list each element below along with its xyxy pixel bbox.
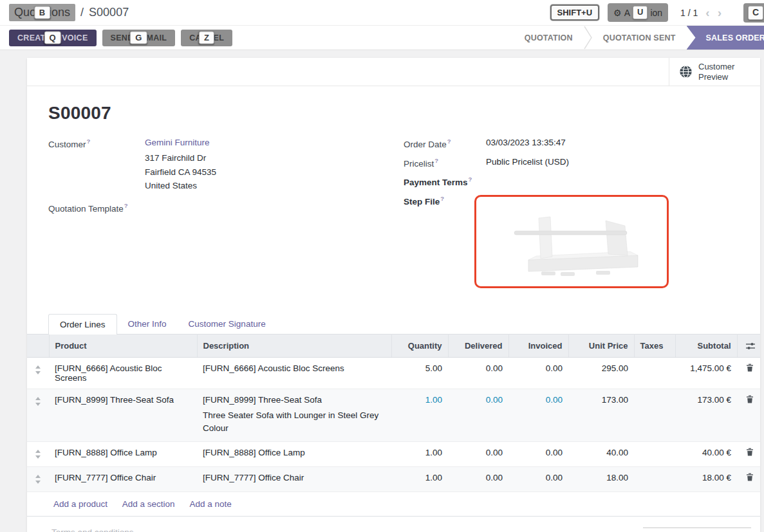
cell-delivered[interactable]: 0.00 — [448, 467, 508, 492]
breadcrumb-separator: / — [80, 6, 84, 19]
action-menu-label-pre: A — [624, 8, 630, 18]
keyboard-hint-shift-u: SHIFT+U — [550, 5, 600, 21]
delete-row-button[interactable] — [737, 389, 760, 442]
cell-subtotal: 40.00 € — [675, 442, 737, 467]
cell-product[interactable]: [FURN_8999] Three-Seat Sofa — [49, 389, 197, 442]
table-footer-links: Add a product Add a section Add a note — [27, 492, 760, 517]
action-buttons: CREATE INVOICE Q SEND EMAIL G CANCEL Z — [9, 30, 232, 46]
cell-unit-price[interactable]: 40.00 — [568, 442, 634, 467]
trash-icon — [746, 448, 754, 456]
cell-invoiced[interactable]: 0.00 — [508, 357, 568, 389]
delete-row-button[interactable] — [737, 467, 760, 492]
action-menu-button[interactable]: ⚙ A U ion — [608, 3, 668, 21]
add-a-note-link[interactable]: Add a note — [189, 499, 231, 509]
cell-unit-price[interactable]: 173.00 — [568, 389, 634, 442]
row-drag-handle[interactable] — [27, 389, 49, 442]
keyboard-hint-c: C — [748, 6, 763, 20]
add-a-section-link[interactable]: Add a section — [122, 499, 175, 509]
cell-taxes[interactable] — [634, 467, 675, 492]
cell-description[interactable]: [FURN_7777] Office Chair — [197, 467, 391, 492]
sheet-header-strip: Customer Preview — [27, 58, 760, 86]
status-step-quotation[interactable]: QUOTATION — [514, 26, 584, 50]
cell-description[interactable]: [FURN_8999] Three-Seat SofaThree Seater … — [197, 389, 391, 442]
cell-unit-price[interactable]: 295.00 — [568, 357, 634, 389]
order-date-value[interactable]: 03/03/2023 13:35:47 — [486, 138, 566, 149]
table-header-row: Product Description Quantity Delivered I… — [27, 334, 760, 357]
help-icon: ? — [87, 138, 91, 145]
cell-invoiced[interactable]: 0.00 — [508, 442, 568, 467]
cell-description[interactable]: [FURN_6666] Acoustic Bloc Screens — [197, 357, 391, 389]
quotation-template-label: Quotation Template? — [48, 202, 145, 214]
help-icon: ? — [440, 195, 444, 202]
cell-quantity[interactable]: 5.00 — [391, 357, 448, 389]
updown-arrows-icon — [35, 397, 41, 406]
column-unit-price: Unit Price — [568, 334, 634, 357]
trash-icon — [746, 395, 754, 403]
cell-quantity[interactable]: 1.00 — [391, 442, 448, 467]
cell-product[interactable]: [FURN_8888] Office Lamp — [49, 442, 197, 467]
cell-subtotal: 1,475.00 € — [675, 357, 737, 389]
pricelist-value[interactable]: Public Pricelist (USD) — [486, 157, 569, 169]
updown-arrows-icon — [35, 365, 41, 374]
cell-unit-price[interactable]: 18.00 — [568, 467, 634, 492]
breadcrumb-app-link[interactable]: Quotations B — [9, 4, 75, 21]
pager: 1 / 1 ‹ › — [680, 6, 722, 19]
customer-label: Customer? — [48, 138, 145, 193]
action-bar: CREATE INVOICE Q SEND EMAIL G CANCEL Z Q… — [0, 26, 764, 50]
cancel-button[interactable]: CANCEL Z — [181, 30, 232, 46]
cell-invoiced[interactable]: 0.00 — [508, 467, 568, 492]
keyboard-hint-u: U — [633, 6, 648, 19]
customer-preview-button[interactable]: Customer Preview — [669, 58, 760, 86]
chevron-left-icon[interactable]: ‹ — [705, 6, 709, 19]
cell-taxes[interactable] — [634, 442, 675, 467]
page-title: S00007 — [48, 103, 760, 124]
status-step-quotation-sent[interactable]: QUOTATION SENT — [592, 26, 687, 50]
cell-delivered[interactable]: 0.00 — [448, 442, 508, 467]
order-date-label: Order Date? — [404, 138, 486, 149]
field-order-date: Order Date? 03/03/2023 13:35:47 — [404, 138, 760, 149]
cell-product[interactable]: [FURN_6666] Acoustic Bloc Screens — [49, 357, 197, 389]
field-step-file: Step File? — [404, 195, 760, 288]
pager-value: 1 / 1 — [680, 8, 698, 18]
row-drag-handle[interactable] — [27, 357, 49, 389]
new-record-button[interactable]: C — [743, 3, 764, 23]
navbar-controls: SHIFT+U ⚙ A U ion 1 / 1 ‹ › — [550, 3, 722, 21]
cell-taxes[interactable] — [634, 389, 675, 442]
tab-customer-signature[interactable]: Customer Signature — [178, 314, 277, 334]
cancel-label-post: EL — [214, 33, 225, 42]
chevron-right-icon[interactable]: › — [718, 6, 722, 19]
add-a-product-link[interactable]: Add a product — [53, 499, 107, 509]
delete-row-button[interactable] — [737, 442, 760, 467]
tab-order-lines[interactable]: Order Lines — [48, 314, 117, 335]
create-invoice-button[interactable]: CREATE INVOICE Q — [9, 30, 97, 46]
customer-link[interactable]: Gemini Furniture — [145, 138, 210, 147]
cell-delivered[interactable]: 0.00 — [448, 389, 508, 442]
cell-quantity[interactable]: 1.00 — [391, 389, 448, 442]
cell-description[interactable]: [FURN_8888] Office Lamp — [197, 442, 391, 467]
cell-delivered[interactable]: 0.00 — [448, 357, 508, 389]
send-email-button[interactable]: SEND EMAIL G — [102, 30, 176, 46]
optional-columns-toggle[interactable] — [737, 334, 760, 357]
tab-other-info[interactable]: Other Info — [117, 314, 178, 334]
column-quantity: Quantity — [391, 334, 448, 357]
column-taxes: Taxes — [634, 334, 675, 357]
content-area: Customer Preview S00007 Customer? Gemini… — [0, 50, 764, 532]
updown-arrows-icon — [35, 450, 41, 459]
terms-and-conditions-input[interactable]: Terms and conditions... — [51, 527, 141, 532]
sliders-icon — [746, 342, 755, 350]
cell-invoiced[interactable]: 0.00 — [508, 389, 568, 442]
pricelist-label: Pricelist? — [404, 157, 486, 169]
help-icon: ? — [434, 157, 438, 164]
statusbar: QUOTATION QUOTATION SENT SALES ORDER — [514, 26, 764, 50]
cell-product[interactable]: [FURN_7777] Office Chair — [49, 467, 197, 492]
delete-row-button[interactable] — [737, 357, 760, 389]
column-invoiced: Invoiced — [508, 334, 568, 357]
row-drag-handle[interactable] — [27, 467, 49, 492]
trash-icon — [746, 363, 754, 372]
cell-quantity[interactable]: 1.00 — [391, 467, 448, 492]
step-file-label: Step File? — [404, 195, 486, 288]
cell-taxes[interactable] — [634, 357, 675, 389]
help-icon: ? — [447, 138, 451, 145]
row-drag-handle[interactable] — [27, 442, 49, 467]
status-step-sales-order[interactable]: SALES ORDER — [687, 26, 764, 50]
